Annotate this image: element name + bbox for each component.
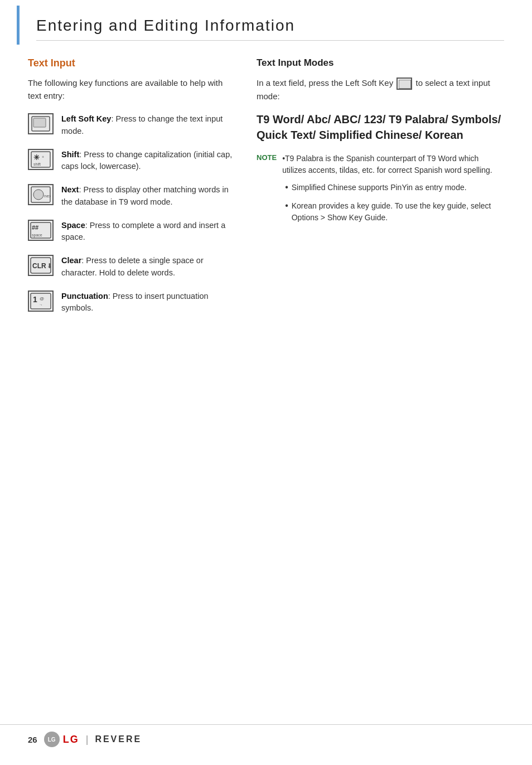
punct-label: Punctuation <box>61 292 108 301</box>
lsk-icon <box>28 113 54 134</box>
next-desc: : Press to display other matching words … <box>61 185 229 206</box>
clr-label: Clear <box>61 256 81 265</box>
space-text: Space: Press to complete a word and inse… <box>61 220 234 244</box>
page-title: Entering and Editing Information <box>36 17 504 41</box>
punct-svg: 1 @ ., <box>30 293 51 309</box>
key-item-punct: 1 @ ., Punctuation: Press to insert punc… <box>28 290 234 315</box>
shift-svg: ✳ + shift <box>31 151 51 168</box>
next-text: Next: Press to display other matching wo… <box>61 184 234 209</box>
bullet-text-2: Korean provides a key guide. To use the … <box>292 200 504 224</box>
note-main-text: •T9 Palabra is the Spanish counterpart o… <box>282 154 492 175</box>
key-item-shift: ✳ + shift Shift: Press to change capital… <box>28 149 234 173</box>
key-item-lsk: Left Soft Key: Press to change the text … <box>28 113 234 138</box>
svg-text:1: 1 <box>33 295 37 304</box>
svg-text:next: next <box>44 193 51 198</box>
left-column: Text Input The following key functions a… <box>28 57 234 326</box>
footer-lg-text: LG <box>63 734 79 745</box>
right-column: Text Input Modes In a text field, press … <box>257 57 504 326</box>
shift-desc: : Press to change capitalization (initia… <box>61 150 232 171</box>
next-label: Next <box>61 185 79 194</box>
clr-text: Clear: Press to delete a single space or… <box>61 255 234 279</box>
clr-svg: CLR ⬇ <box>30 257 51 274</box>
modes-intro-text1: In a text field, press the Left Soft Key <box>257 78 393 88</box>
lsk-inline-icon <box>396 78 412 90</box>
page-container: Entering and Editing Information Text In… <box>0 0 532 765</box>
footer-pipe: | <box>86 734 89 745</box>
footer-page-number: 26 <box>28 735 37 744</box>
footer-revere: REVERE <box>95 734 142 744</box>
bullet-dot-2: • <box>285 200 288 224</box>
svg-text:##: ## <box>32 224 38 231</box>
note-content: •T9 Palabra is the Spanish counterpart o… <box>282 153 504 230</box>
space-label: Space <box>61 221 85 230</box>
svg-text:space: space <box>32 233 42 238</box>
text-input-modes-heading: Text Input Modes <box>257 57 504 69</box>
content-columns: Text Input The following key functions a… <box>28 57 504 326</box>
svg-text:shift: shift <box>33 162 41 166</box>
lg-circle-icon: LG <box>44 732 60 747</box>
clr-icon: CLR ⬇ <box>28 255 54 276</box>
space-desc: : Press to complete a word and insert a … <box>61 221 225 242</box>
shift-text: Shift: Press to change capitalization (i… <box>61 149 234 173</box>
space-svg: ## space <box>30 222 51 239</box>
svg-text:.,: ., <box>40 301 42 306</box>
svg-text:+: + <box>42 155 44 159</box>
text-input-heading: Text Input <box>28 57 234 69</box>
shift-icon: ✳ + shift <box>28 149 54 170</box>
note-bullet-2: • Korean provides a key guide. To use th… <box>285 200 504 224</box>
svg-rect-1 <box>33 118 46 127</box>
punct-icon: 1 @ ., <box>28 290 54 312</box>
svg-text:CLR: CLR <box>32 262 46 270</box>
key-item-next: next Next: Press to display other matchi… <box>28 184 234 209</box>
blue-bar <box>17 6 20 45</box>
lsk-text: Left Soft Key: Press to change the text … <box>61 113 234 138</box>
page-footer: 26 LG LG | REVERE <box>0 724 532 754</box>
note-label: NOTE <box>257 153 277 230</box>
svg-point-7 <box>33 190 43 200</box>
space-icon: ## space <box>28 220 54 241</box>
svg-text:@: @ <box>40 296 44 301</box>
clr-desc: : Press to delete a single space or char… <box>61 256 204 277</box>
lsk-svg <box>31 116 50 132</box>
punct-text: Punctuation: Press to insert punctuation… <box>61 290 234 315</box>
svg-text:⬇: ⬇ <box>47 262 51 270</box>
bullet-text-1: Simplified Chinese supports PinYin as en… <box>292 182 467 193</box>
bullet-dot-1: • <box>285 182 288 193</box>
footer-logo: LG LG <box>44 732 79 747</box>
note-bullets: • Simplified Chinese supports PinYin as … <box>282 182 504 224</box>
key-item-space: ## space Space: Press to complete a word… <box>28 220 234 244</box>
next-icon: next <box>28 184 54 205</box>
intro-text: The following key functions are availabl… <box>28 77 234 102</box>
modes-intro: In a text field, press the Left Soft Key… <box>257 76 504 103</box>
shift-label: Shift <box>61 150 79 159</box>
next-svg: next <box>31 186 51 203</box>
modes-list-heading: T9 Word/ Abc/ ABC/ 123/ T9 Palabra/ Symb… <box>257 112 504 143</box>
svg-text:✳: ✳ <box>33 153 40 162</box>
note-section: NOTE •T9 Palabra is the Spanish counterp… <box>257 153 504 230</box>
lsk-label: Left Soft Key <box>61 114 111 123</box>
key-item-clr: CLR ⬇ Clear: Press to delete a single sp… <box>28 255 234 279</box>
note-bullet-1: • Simplified Chinese supports PinYin as … <box>285 182 504 193</box>
